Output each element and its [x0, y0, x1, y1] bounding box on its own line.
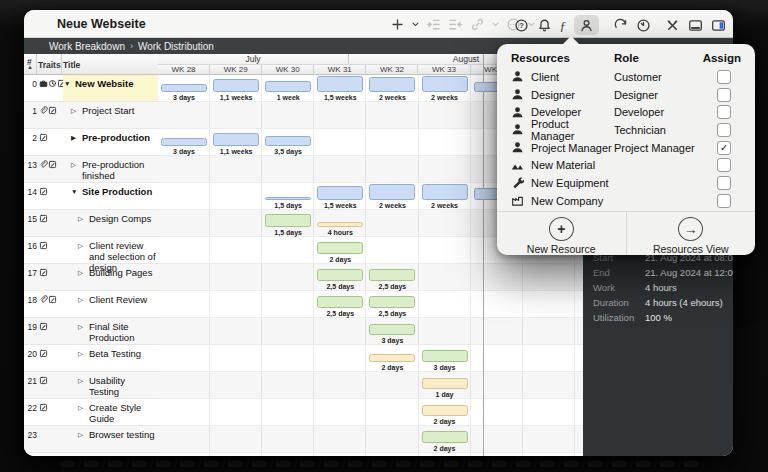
task-title-cell[interactable]: ▷Pre-production finished	[63, 156, 158, 182]
assign-checkbox[interactable]	[717, 176, 731, 190]
add-icon[interactable]	[390, 15, 405, 33]
outline-table: # ▲ Traits Title 0▼New Website1▷Project …	[24, 54, 159, 456]
outline-row-14[interactable]: 14▼Site Production	[24, 183, 158, 210]
assign-checkbox[interactable]	[717, 105, 731, 119]
assign-checkbox[interactable]	[717, 123, 731, 137]
disclosure-collapsed-icon[interactable]: ▶	[71, 133, 79, 142]
task-title-cell[interactable]: ▷Design Comps	[63, 210, 158, 236]
workload-bar[interactable]	[369, 269, 415, 281]
attach-icon[interactable]	[470, 15, 485, 33]
outline-row-22[interactable]: 22▷Create Style Guide	[24, 399, 158, 426]
workload-bar[interactable]	[422, 378, 468, 389]
task-title-cell[interactable]: ▷Client review and selection of design	[63, 237, 158, 263]
task-title-cell[interactable]: ▷Building Pages	[63, 264, 158, 290]
outline-row-13[interactable]: 13▷Pre-production finished	[24, 156, 158, 183]
workload-bar[interactable]	[369, 354, 415, 362]
task-title-cell[interactable]: ▷Beta Testing	[63, 345, 158, 371]
workload-bar[interactable]	[369, 296, 415, 308]
desktop-background: Neue Webseite ?ƒ Work Breakdown › Work D…	[0, 0, 768, 472]
breadcrumb-item-work-breakdown[interactable]: Work Breakdown	[49, 41, 125, 52]
outline-row-23[interactable]: 23▷Browser testing	[24, 426, 158, 453]
workload-bar[interactable]	[213, 79, 259, 92]
task-title-cell[interactable]: ▷Client Review	[63, 291, 158, 317]
task-title-cell[interactable]: ▷Usability Testing	[63, 372, 158, 398]
task-title-cell[interactable]: ▼Site Production	[63, 183, 158, 209]
workload-bar[interactable]	[317, 296, 363, 308]
workload-bar[interactable]	[317, 269, 363, 281]
workload-bar[interactable]	[265, 214, 311, 227]
workload-bar[interactable]	[161, 138, 207, 146]
task-title-cell[interactable]: ▷Final Site Production	[63, 318, 158, 344]
workload-bar[interactable]	[317, 222, 363, 227]
format-icon[interactable]: ƒ	[560, 16, 567, 34]
notifications-icon[interactable]	[537, 16, 552, 34]
outline-row-20[interactable]: 20▷Beta Testing	[24, 345, 158, 372]
tools-icon[interactable]	[665, 16, 680, 34]
workload-bar[interactable]	[317, 186, 363, 200]
indent-icon[interactable]	[426, 15, 441, 33]
activity-icon[interactable]	[636, 16, 651, 34]
disclosure-expanded-icon[interactable]: ▼	[71, 187, 79, 195]
workload-bar[interactable]	[265, 81, 311, 92]
task-title-cell[interactable]: ▶Pre-production	[63, 129, 158, 155]
workload-bar[interactable]	[161, 84, 207, 92]
new-resource-button[interactable]: + New Resource	[497, 212, 627, 255]
outline-row-17[interactable]: 17▷Building Pages	[24, 264, 158, 291]
breadcrumb-item-work-distribution[interactable]: Work Distribution	[138, 41, 214, 52]
workload-bar[interactable]	[317, 242, 363, 254]
resource-row[interactable]: Project ManagerProject Manager✓	[497, 139, 755, 157]
workload-bar[interactable]	[422, 350, 468, 362]
workload-bar[interactable]	[317, 76, 363, 92]
help-icon[interactable]: ?	[514, 16, 529, 34]
task-title-cell[interactable]: ▷Browser testing	[63, 426, 158, 452]
resources-icon[interactable]	[574, 15, 599, 35]
add-chevron-icon[interactable]	[412, 15, 419, 33]
workload-bar[interactable]	[369, 184, 415, 200]
workload-bar[interactable]	[422, 405, 468, 416]
resource-row[interactable]: ClientCustomer	[497, 68, 755, 86]
task-title-cell[interactable]: ▷Fix bugs	[63, 453, 158, 456]
resources-view-button[interactable]: → Resources View	[627, 212, 756, 255]
sync-icon[interactable]	[613, 16, 628, 34]
outline-row-15[interactable]: 15▷Design Comps	[24, 210, 158, 237]
workload-bar[interactable]	[213, 133, 259, 146]
resource-row[interactable]: DesignerDesigner	[497, 86, 755, 104]
task-title-cell[interactable]: ▼New Website	[63, 75, 158, 101]
column-header-traits[interactable]: Traits	[38, 60, 61, 70]
resource-row[interactable]: New Company	[497, 192, 755, 210]
workload-bar[interactable]	[369, 324, 415, 335]
outline-row-16[interactable]: 16▷Client review and selection of design	[24, 237, 158, 264]
resource-row[interactable]: New Equipment	[497, 174, 755, 192]
assign-checkbox[interactable]: ✓	[717, 141, 731, 155]
outline-row-2[interactable]: 2▶Pre-production	[24, 129, 158, 156]
workload-bar[interactable]	[422, 76, 468, 92]
assign-checkbox[interactable]	[717, 70, 731, 84]
outline-row-19[interactable]: 19▷Final Site Production	[24, 318, 158, 345]
resource-row[interactable]: New Material	[497, 156, 755, 174]
arrow-circle-icon[interactable]: →	[678, 217, 703, 241]
note-icon	[48, 295, 57, 317]
disclosure-expanded-icon[interactable]: ▼	[64, 79, 72, 87]
outline-row-21[interactable]: 21▷Usability Testing	[24, 372, 158, 399]
assign-checkbox[interactable]	[717, 88, 731, 102]
workload-bar[interactable]	[369, 77, 415, 92]
outline-row-1[interactable]: 1▷Project Start	[24, 102, 158, 129]
outdent-icon[interactable]	[448, 15, 463, 33]
column-header-title[interactable]: Title	[63, 60, 80, 70]
task-title-cell[interactable]: ▷Project Start	[63, 102, 158, 128]
panel-bottom-icon[interactable]	[688, 16, 703, 34]
outline-row-24[interactable]: 24▷Fix bugs	[24, 453, 158, 456]
attach-chevron-icon[interactable]	[492, 15, 499, 33]
assign-checkbox[interactable]	[717, 158, 731, 172]
workload-bar[interactable]	[422, 431, 468, 443]
workload-bar[interactable]	[265, 136, 311, 146]
workload-bar[interactable]	[422, 184, 468, 200]
outline-row-18[interactable]: 18▷Client Review	[24, 291, 158, 318]
plus-circle-icon[interactable]: +	[549, 217, 574, 241]
task-title-cell[interactable]: ▷Create Style Guide	[63, 399, 158, 425]
outline-row-0[interactable]: 0▼New Website	[24, 75, 158, 102]
panel-right-icon[interactable]	[711, 16, 726, 34]
workload-bar[interactable]	[265, 197, 311, 200]
assign-checkbox[interactable]	[717, 194, 731, 208]
resource-row[interactable]: Product ManagerTechnician	[497, 121, 755, 139]
